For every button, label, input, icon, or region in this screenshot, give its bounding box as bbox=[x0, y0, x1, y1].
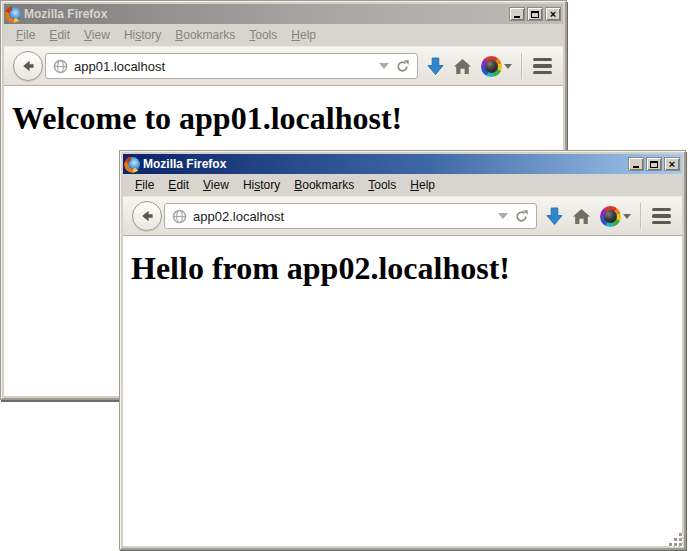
toolbar-separator bbox=[640, 203, 641, 229]
close-icon: × bbox=[669, 159, 675, 169]
menu-bar: File Edit View History Bookmarks Tools H… bbox=[4, 24, 563, 46]
titlebar[interactable]: Mozilla Firefox × bbox=[123, 154, 682, 174]
maximize-button[interactable] bbox=[527, 7, 543, 21]
menu-file[interactable]: File bbox=[128, 175, 161, 195]
minimize-icon bbox=[514, 16, 520, 18]
home-icon bbox=[572, 208, 591, 225]
close-button[interactable]: × bbox=[664, 157, 680, 171]
maximize-icon bbox=[531, 11, 539, 18]
menu-panel-button[interactable] bbox=[650, 205, 673, 228]
menu-edit[interactable]: Edit bbox=[42, 25, 77, 45]
url-bar[interactable]: app02.localhost bbox=[164, 203, 537, 229]
back-button[interactable] bbox=[13, 51, 43, 81]
menu-bar: File Edit View History Bookmarks Tools H… bbox=[123, 174, 682, 196]
titlebar-buttons: × bbox=[509, 7, 561, 21]
home-button[interactable] bbox=[572, 208, 591, 225]
navigation-toolbar: app02.localhost bbox=[123, 196, 682, 236]
minimize-button[interactable] bbox=[628, 157, 644, 171]
download-arrow-icon bbox=[546, 207, 563, 226]
url-bar[interactable]: app01.localhost bbox=[45, 53, 418, 79]
resize-grip[interactable] bbox=[670, 534, 684, 548]
firefox-logo-icon[interactable] bbox=[125, 157, 140, 172]
menu-file[interactable]: File bbox=[9, 25, 42, 45]
maximize-icon bbox=[650, 161, 658, 168]
minimize-button[interactable] bbox=[509, 7, 525, 21]
menu-help[interactable]: Help bbox=[403, 175, 442, 195]
page-heading: Hello from app02.localhost! bbox=[123, 250, 682, 287]
menu-help[interactable]: Help bbox=[284, 25, 323, 45]
titlebar[interactable]: Mozilla Firefox × bbox=[4, 4, 563, 24]
reload-icon[interactable] bbox=[395, 59, 410, 74]
url-dropdown-icon[interactable] bbox=[379, 63, 389, 69]
reload-icon[interactable] bbox=[514, 209, 529, 224]
site-identity-globe-icon[interactable] bbox=[53, 59, 68, 74]
firefox-logo-icon[interactable] bbox=[6, 7, 21, 22]
menu-tools[interactable]: Tools bbox=[242, 25, 284, 45]
window-title: Mozilla Firefox bbox=[143, 157, 226, 171]
maximize-button[interactable] bbox=[646, 157, 662, 171]
url-input[interactable]: app01.localhost bbox=[74, 59, 373, 74]
downloads-button[interactable] bbox=[546, 207, 563, 226]
site-identity-globe-icon[interactable] bbox=[172, 209, 187, 224]
menu-edit[interactable]: Edit bbox=[161, 175, 196, 195]
url-dropdown-icon[interactable] bbox=[498, 213, 508, 219]
close-icon: × bbox=[550, 9, 556, 19]
close-button[interactable]: × bbox=[545, 7, 561, 21]
menu-view[interactable]: View bbox=[77, 25, 117, 45]
back-arrow-icon bbox=[20, 57, 36, 75]
hamburger-icon bbox=[652, 208, 671, 212]
browser-window-app02: Mozilla Firefox × File Edit View History… bbox=[119, 150, 686, 550]
addon-button[interactable] bbox=[481, 56, 512, 77]
back-arrow-icon bbox=[139, 207, 155, 225]
back-button[interactable] bbox=[132, 201, 162, 231]
hamburger-icon bbox=[533, 58, 552, 62]
navigation-toolbar: app01.localhost bbox=[4, 46, 563, 86]
addon-colorwheel-icon bbox=[481, 56, 502, 77]
menu-tools[interactable]: Tools bbox=[361, 175, 403, 195]
home-icon bbox=[453, 58, 472, 75]
minimize-icon bbox=[633, 166, 639, 168]
menu-view[interactable]: View bbox=[196, 175, 236, 195]
page-heading: Welcome to app01.localhost! bbox=[4, 100, 563, 137]
url-input[interactable]: app02.localhost bbox=[193, 209, 492, 224]
download-arrow-icon bbox=[427, 57, 444, 76]
addon-button[interactable] bbox=[600, 206, 631, 227]
window-title: Mozilla Firefox bbox=[24, 7, 107, 21]
menu-panel-button[interactable] bbox=[531, 55, 554, 78]
downloads-button[interactable] bbox=[427, 57, 444, 76]
menu-bookmarks[interactable]: Bookmarks bbox=[287, 175, 361, 195]
addon-colorwheel-icon bbox=[600, 206, 621, 227]
toolbar-separator bbox=[521, 53, 522, 79]
addon-dropdown-icon bbox=[623, 214, 631, 219]
menu-history[interactable]: History bbox=[236, 175, 287, 195]
addon-dropdown-icon bbox=[504, 64, 512, 69]
menu-bookmarks[interactable]: Bookmarks bbox=[168, 25, 242, 45]
page-content-app02: Hello from app02.localhost! bbox=[123, 236, 682, 546]
titlebar-buttons: × bbox=[628, 157, 680, 171]
home-button[interactable] bbox=[453, 58, 472, 75]
menu-history[interactable]: History bbox=[117, 25, 168, 45]
